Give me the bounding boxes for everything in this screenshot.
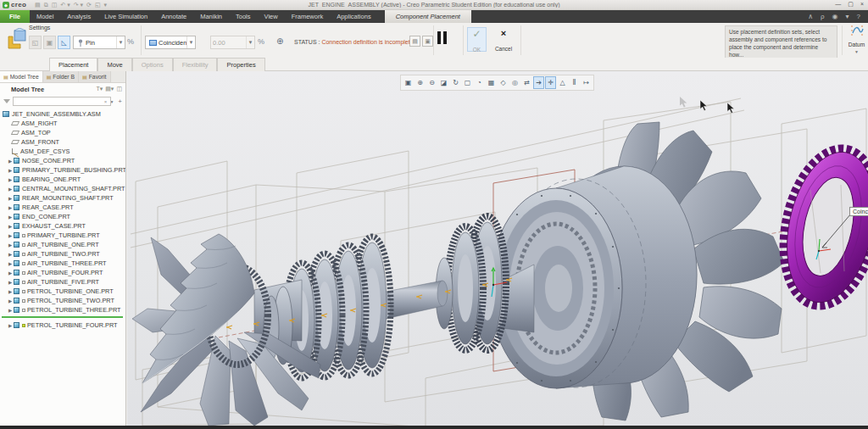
tree-item[interactable]: ▶AIR_TURBINE_ONE.PRT: [0, 240, 125, 249]
flip-ratio-icon[interactable]: %: [127, 37, 134, 46]
tree-item[interactable]: ▶PETROL_TURBINE_THREE.PRT: [0, 305, 125, 315]
expand-arrow-icon[interactable]: ▶: [7, 323, 14, 328]
expand-arrow-icon[interactable]: ▶: [7, 261, 14, 266]
ribbon-tab-move[interactable]: Move: [97, 58, 131, 71]
more-icon[interactable]: ▾: [846, 13, 849, 20]
add-filter-button[interactable]: +: [116, 98, 124, 105]
menu-annotate[interactable]: Annotate: [154, 10, 193, 23]
ribbon-tab-placement[interactable]: Placement: [49, 58, 97, 71]
search-icon[interactable]: ρ: [821, 13, 825, 20]
datum-orient-toggle[interactable]: ◺: [58, 36, 70, 49]
tree-find-icon[interactable]: ◫: [116, 86, 122, 92]
clear-search-icon[interactable]: ×: [104, 99, 108, 104]
tree-item[interactable]: ASM_RIGHT: [0, 119, 125, 128]
chevron-down-icon[interactable]: ▼: [845, 49, 868, 54]
expand-arrow-icon[interactable]: ▶: [7, 308, 14, 313]
shading-icon[interactable]: ↻: [450, 76, 461, 89]
close-button[interactable]: ×: [860, 1, 864, 8]
expand-arrow-icon[interactable]: ▶: [7, 242, 14, 248]
view-mode-icon[interactable]: ⇄: [521, 76, 532, 89]
tree-item[interactable]: ASM_DEF_CSYS: [0, 147, 125, 156]
filter-funnel-icon[interactable]: [3, 99, 10, 103]
expand-arrow-icon[interactable]: ▶: [7, 280, 14, 285]
expand-arrow-icon[interactable]: ▶: [7, 196, 14, 201]
zoom-in-icon[interactable]: ⊕: [415, 76, 426, 89]
new-icon[interactable]: ▤: [35, 2, 41, 8]
datum-display-icon[interactable]: △: [557, 76, 568, 89]
connection-type-dropdown[interactable]: Pin ▼: [73, 36, 125, 49]
tree-item[interactable]: ▶PETROL_TURBINE_ONE.PRT: [0, 287, 125, 296]
expand-arrow-icon[interactable]: ▶: [7, 214, 14, 220]
menu-live-simulation[interactable]: Live Simulation: [97, 10, 154, 23]
tree-item[interactable]: ▶AIR_TURBINE_FIVE.PRT: [0, 277, 125, 287]
menu-tools[interactable]: Tools: [229, 10, 258, 23]
window-icon[interactable]: ◱: [95, 2, 101, 8]
minimize-ribbon-icon[interactable]: ∧: [808, 13, 813, 20]
tree-item[interactable]: ▶PRIMARY_TURBINE.PRT: [0, 231, 125, 240]
pause-button[interactable]: [437, 31, 447, 44]
menu-model[interactable]: Model: [30, 10, 60, 23]
tree-item[interactable]: ▶BEARING_ONE.PRT: [0, 175, 125, 184]
saved-views-icon[interactable]: ▦: [486, 76, 497, 89]
browser-icon[interactable]: ◉: [832, 13, 838, 20]
menu-view[interactable]: View: [258, 10, 285, 23]
menu-analysis[interactable]: Analysis: [60, 10, 97, 23]
tree-item[interactable]: ▶AIR_TURBINE_TWO.PRT: [0, 249, 125, 259]
minimize-button[interactable]: —: [835, 1, 841, 8]
expand-arrow-icon[interactable]: ▶: [7, 168, 14, 173]
expand-arrow-icon[interactable]: ▶: [7, 205, 14, 210]
dashboard-options-button[interactable]: ▣: [422, 36, 433, 47]
sidebar-tab-folder-b[interactable]: ▤Folder B: [43, 71, 79, 82]
regenerate-icon[interactable]: ⟳: [86, 2, 92, 8]
ok-button[interactable]: ✓ OK: [467, 27, 487, 52]
refit-icon[interactable]: ▣: [403, 76, 414, 89]
expand-arrow-icon[interactable]: ▶: [7, 270, 14, 276]
constraint-tag[interactable]: Coinc: [849, 207, 868, 216]
tree-item[interactable]: ▶CENTRAL_MOUNTING_SHAFT.PRT: [0, 184, 125, 193]
tree-filters-icon[interactable]: T▾: [96, 86, 103, 92]
expand-arrow-icon[interactable]: ▶: [7, 159, 14, 164]
tree-columns-icon[interactable]: ▤▾: [105, 86, 114, 92]
petrol-turbine-four-component[interactable]: [771, 140, 868, 315]
tree-item[interactable]: ASM_TOP: [0, 128, 125, 137]
tree-item[interactable]: ▶PETROL_TURBINE_TWO.PRT: [0, 296, 125, 305]
tree-item[interactable]: ASM_FRONT: [0, 137, 125, 147]
show-assembly-toggle[interactable]: ▣: [43, 36, 56, 49]
repaint-icon[interactable]: ◪: [438, 76, 449, 89]
expand-arrow-icon[interactable]: ▶: [7, 289, 14, 294]
menu-manikin[interactable]: Manikin: [193, 10, 229, 23]
datum-group[interactable]: Datum ▼: [845, 24, 868, 54]
expand-arrow-icon[interactable]: ▶: [7, 224, 14, 229]
expand-arrow-icon[interactable]: ▶: [7, 252, 14, 257]
tree-item[interactable]: ▶END_CONE.PRT: [0, 212, 125, 221]
constraint-type-dropdown[interactable]: Coincident ▼: [145, 36, 196, 49]
offset-value-input[interactable]: 0.00 ▼: [210, 36, 255, 49]
sidebar-tab-favorit[interactable]: ▤Favorit: [79, 71, 110, 82]
tree-item[interactable]: ▶NOSE_CONE.PRT: [0, 156, 125, 165]
tree-item[interactable]: ▶AIR_TURBINE_THREE.PRT: [0, 259, 125, 268]
redo-icon[interactable]: ↷ ▾: [74, 2, 83, 8]
tree-search-input[interactable]: [13, 97, 111, 106]
tree-item[interactable]: ▶REAR_CASE.PRT: [0, 203, 125, 212]
menu-applications[interactable]: Applications: [330, 10, 377, 23]
tree-item[interactable]: ▶AIR_TURBINE_FOUR.PRT: [0, 268, 125, 277]
expand-arrow-icon[interactable]: ▶: [7, 233, 14, 238]
tree-item[interactable]: ▶PRIMARY_TURBINE_BUSHING.PRT: [0, 165, 125, 175]
more-commands-icon[interactable]: ▾: [104, 2, 108, 8]
3d-dragger-icon[interactable]: ➔: [533, 76, 544, 89]
sidebar-tab-model-tree[interactable]: ▤Model Tree: [0, 71, 43, 82]
undo-icon[interactable]: ↶ ▾: [60, 2, 70, 8]
placement-crosshair-icon[interactable]: ⊕: [276, 36, 283, 46]
placement-panel-button[interactable]: ▤: [409, 36, 420, 47]
chevron-down-icon[interactable]: ▼: [186, 36, 195, 48]
save-icon[interactable]: ◫: [52, 2, 58, 8]
offset-flip-icon[interactable]: %: [258, 37, 264, 46]
show-component-window-toggle[interactable]: ◱: [29, 36, 42, 49]
tab-component-placement[interactable]: Component Placement: [385, 10, 471, 23]
tree-item[interactable]: ▶REAR_MOUNTING_SHAFT.PRT: [0, 193, 125, 203]
tree-item[interactable]: ▶EXHAUST_CASE.PRT: [0, 221, 125, 231]
open-icon[interactable]: ⧉: [44, 2, 48, 8]
exit-icon[interactable]: ↦: [581, 76, 592, 89]
tree-item[interactable]: JET_ENGINE_ASSEMBLY.ASM: [0, 109, 125, 119]
expand-arrow-icon[interactable]: ▶: [7, 298, 14, 304]
